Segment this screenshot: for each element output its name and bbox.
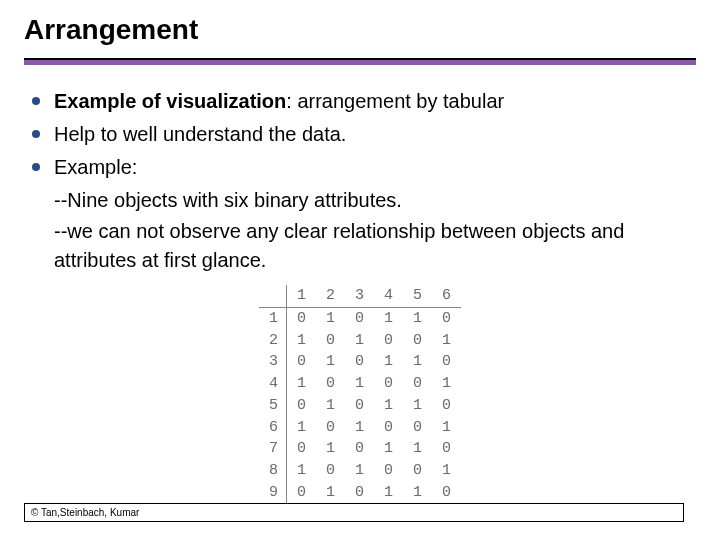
- table-cell: 1: [403, 307, 432, 329]
- table-cell: 0: [316, 373, 345, 395]
- table-cell: 0: [403, 330, 432, 352]
- data-table-wrap: 123456 101011021010013010110410100150101…: [32, 285, 688, 504]
- table-cell: 1: [374, 351, 403, 373]
- table-cell: 1: [286, 460, 316, 482]
- table-cell: 1: [374, 482, 403, 504]
- table-cell: 0: [432, 395, 461, 417]
- bullet-1-prefix: Example of visualization: [54, 90, 286, 112]
- table-row: 1010110: [259, 307, 461, 329]
- bullet-1: Example of visualization: arrangement by…: [32, 87, 688, 116]
- table-row-header: 4: [259, 373, 287, 395]
- table-cell: 1: [432, 373, 461, 395]
- bullet-icon: [32, 130, 40, 138]
- table-cell: 0: [316, 417, 345, 439]
- table-row: 6101001: [259, 417, 461, 439]
- table-cell: 0: [286, 482, 316, 504]
- bullet-3: Example:: [32, 153, 688, 182]
- table-cell: 0: [286, 395, 316, 417]
- footer-credit: © Tan,Steinbach, Kumar: [24, 503, 684, 522]
- table-cell: 0: [374, 460, 403, 482]
- subline-2-a: --we can not observe any clear relations…: [32, 217, 688, 275]
- table-cell: 1: [286, 417, 316, 439]
- data-table: 123456 101011021010013010110410100150101…: [259, 285, 461, 504]
- table-cell: 0: [286, 307, 316, 329]
- table-cell: 1: [432, 330, 461, 352]
- table-cell: 0: [345, 351, 374, 373]
- table-cell: 0: [316, 460, 345, 482]
- subline-1: --Nine objects with six binary attribute…: [32, 186, 688, 215]
- table-row: 3010110: [259, 351, 461, 373]
- table-cell: 1: [345, 330, 374, 352]
- slide-content: Example of visualization: arrangement by…: [24, 65, 696, 504]
- table-cell: 0: [374, 330, 403, 352]
- table-col-header: 3: [345, 285, 374, 307]
- table-corner: [259, 285, 287, 307]
- bullet-icon: [32, 163, 40, 171]
- table-row-header: 9: [259, 482, 287, 504]
- table-cell: 0: [286, 351, 316, 373]
- table-row-header: 3: [259, 351, 287, 373]
- table-row: 4101001: [259, 373, 461, 395]
- bullet-1-text: Example of visualization: arrangement by…: [54, 87, 688, 116]
- table-cell: 1: [432, 460, 461, 482]
- table-cell: 1: [403, 351, 432, 373]
- table-cell: 1: [316, 351, 345, 373]
- table-cell: 0: [286, 438, 316, 460]
- table-cell: 1: [316, 482, 345, 504]
- table-cell: 1: [374, 395, 403, 417]
- table-cell: 0: [345, 438, 374, 460]
- table-cell: 1: [286, 373, 316, 395]
- table-row-header: 5: [259, 395, 287, 417]
- table-row-header: 8: [259, 460, 287, 482]
- table-cell: 1: [316, 307, 345, 329]
- table-cell: 0: [432, 438, 461, 460]
- table-col-header: 4: [374, 285, 403, 307]
- table-row: 5010110: [259, 395, 461, 417]
- bullet-1-rest: : arrangement by tabular: [286, 90, 504, 112]
- table-cell: 1: [374, 307, 403, 329]
- table-row: 9010110: [259, 482, 461, 504]
- table-row: 2101001: [259, 330, 461, 352]
- table-col-header: 6: [432, 285, 461, 307]
- table-cell: 0: [432, 482, 461, 504]
- table-row-header: 1: [259, 307, 287, 329]
- table-cell: 1: [374, 438, 403, 460]
- table-col-header: 2: [316, 285, 345, 307]
- table-col-header: 1: [286, 285, 316, 307]
- table-row-header: 2: [259, 330, 287, 352]
- table-cell: 0: [403, 373, 432, 395]
- table-cell: 1: [432, 417, 461, 439]
- table-cell: 1: [403, 438, 432, 460]
- table-cell: 1: [316, 395, 345, 417]
- table-col-header: 5: [403, 285, 432, 307]
- bullet-2: Help to well understand the data.: [32, 120, 688, 149]
- slide-title: Arrangement: [24, 14, 696, 54]
- table-cell: 0: [316, 330, 345, 352]
- table-cell: 1: [286, 330, 316, 352]
- table-cell: 0: [403, 417, 432, 439]
- table-cell: 1: [345, 373, 374, 395]
- table-cell: 0: [374, 417, 403, 439]
- table-row: 8101001: [259, 460, 461, 482]
- bullet-2-text: Help to well understand the data.: [54, 120, 688, 149]
- table-cell: 1: [403, 395, 432, 417]
- table-row-header: 7: [259, 438, 287, 460]
- table-cell: 0: [403, 460, 432, 482]
- table-row: 7010110: [259, 438, 461, 460]
- table-cell: 1: [345, 417, 374, 439]
- table-cell: 0: [345, 482, 374, 504]
- table-cell: 1: [316, 438, 345, 460]
- table-cell: 0: [374, 373, 403, 395]
- table-cell: 0: [345, 395, 374, 417]
- bullet-icon: [32, 97, 40, 105]
- table-row-header: 6: [259, 417, 287, 439]
- table-cell: 0: [432, 307, 461, 329]
- table-cell: 1: [403, 482, 432, 504]
- table-cell: 0: [345, 307, 374, 329]
- bullet-3-text: Example:: [54, 153, 688, 182]
- table-cell: 0: [432, 351, 461, 373]
- table-cell: 1: [345, 460, 374, 482]
